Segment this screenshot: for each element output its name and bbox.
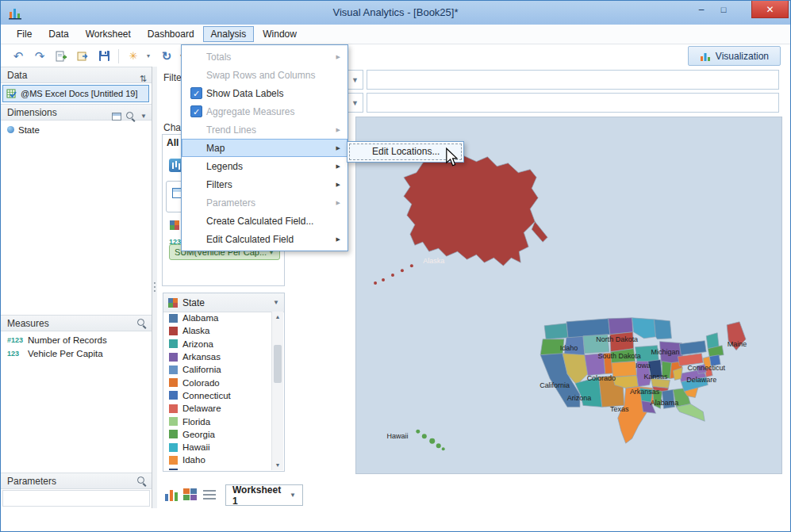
worksheet-tab[interactable]: Worksheet 1 ▼ [225,484,303,506]
marks-all-label: All [167,137,179,148]
submenu-arrow-icon: ▶ [336,182,340,188]
field-label: Number of Records [28,335,107,345]
chevron-down-icon[interactable]: ▼ [140,108,147,124]
menu-worksheet[interactable]: Worksheet [78,26,139,42]
panel-splitter[interactable] [152,67,157,508]
menu-data[interactable]: Data [40,26,76,42]
legend-item-alaska[interactable]: Alaska [164,324,272,337]
legend-item-idaho[interactable]: Idaho [164,454,272,466]
legend-item-hawaii[interactable]: Hawaii [164,441,272,454]
analysis-menu-item-show-data-labels[interactable]: ✓Show Data Labels [182,84,348,102]
legend-item-california[interactable]: California [164,363,272,376]
analysis-menu-item-totals[interactable]: Totals▶ [182,48,348,66]
scroll-down-icon[interactable]: ▼ [272,460,283,470]
color-legend-icon[interactable] [170,220,179,230]
legend-label: Georgia [182,430,215,439]
menu-dashboard[interactable]: Dashboard [140,26,202,42]
color-swatch [169,353,178,362]
worksheet-tab-label: Worksheet 1 [232,484,283,507]
measure-vehicle-per-capita[interactable]: 123Vehicle Per Capita [1,346,152,360]
legend-item-florida[interactable]: Florida [164,415,272,427]
rows-shelf[interactable] [367,93,779,113]
state-shape[interactable] [544,323,568,339]
new-dashboard-icon[interactable] [183,488,198,501]
menu-window[interactable]: Window [255,26,305,42]
map-label-hawaii: Hawaii [387,432,409,440]
dimension-state[interactable]: State [1,123,152,136]
map-visualization[interactable]: AlaskaHawaiiIdahoNorth DakotaSouth Dakot… [355,117,782,474]
state-shape[interactable] [679,341,706,355]
features-dropdown-icon[interactable]: ▾ [147,52,153,59]
minimize-button[interactable]: – [690,1,712,18]
legend-item-illinois[interactable]: Illinois [164,467,272,470]
analysis-menu-item-edit-calculated-field[interactable]: Edit Calculated Field▶ [182,230,348,248]
analysis-menu-item-aggregate-measures[interactable]: ✓Aggregate Measures [182,102,348,121]
columns-shelf[interactable] [367,70,779,90]
menu-file[interactable]: File [9,26,40,42]
chevron-down-icon[interactable]: ▼ [290,492,296,499]
checkbox-checked-icon: ✓ [190,87,202,99]
measures-list: #123Number of Records123Vehicle Per Capi… [1,333,152,360]
chevron-down-icon[interactable]: ▼ [273,299,279,306]
legend-item-delaware[interactable]: Delaware [164,402,272,415]
state-shape-hawaii[interactable] [416,430,420,434]
color-swatch [169,339,178,348]
menu-item-label: Show Data Labels [206,88,283,99]
maximize-button[interactable]: □ [712,1,735,18]
checkbox-checked-icon: ✓ [190,105,202,117]
legend-item-arizona[interactable]: Arizona [164,338,272,350]
undo-icon[interactable]: ↶ [10,48,26,64]
state-shape-florida[interactable] [676,404,705,421]
analysis-menu: Totals▶Swap Rows and Columns✓Show Data L… [181,44,348,251]
visualization-button[interactable]: Visualization [688,46,781,66]
redo-icon[interactable]: ↷ [32,48,48,64]
search-icon[interactable] [137,319,147,328]
analysis-menu-item-legends[interactable]: Legends▶ [182,157,348,175]
features-icon[interactable]: ✳ [125,48,141,64]
search-icon[interactable] [126,112,136,121]
legend-item-georgia[interactable]: Georgia [164,428,272,441]
legend-header[interactable]: State ▼ [163,293,284,312]
open-icon[interactable] [75,48,90,64]
analysis-menu-item-trend-lines[interactable]: Trend Lines▶ [182,121,348,139]
menu-item-label: Trend Lines [206,124,256,136]
color-swatch [169,404,178,413]
scroll-up-icon[interactable]: ▲ [272,312,283,322]
analysis-menu-item-map[interactable]: Map▶ [182,139,348,157]
save-icon[interactable] [96,48,112,64]
datasource-item[interactable]: @MS Excel Docs [Untitled 19] [2,85,149,102]
parameters-header: Parameters [1,473,152,489]
analysis-menu-item-create-calculated-field[interactable]: Create Calculated Field... [182,212,348,230]
refresh-icon[interactable]: ↻ [159,48,175,64]
state-shape[interactable] [655,320,672,339]
legend-label: Illinois [182,469,208,470]
legend-item-connecticut[interactable]: Connecticut [164,389,272,402]
map-label-iowa: Iowa [635,362,651,369]
show-sheet-list-icon[interactable] [203,488,217,501]
menu-analysis[interactable]: Analysis [203,26,255,42]
legend-item-alabama[interactable]: Alabama [164,312,272,324]
state-shape-alaska-tail[interactable] [532,221,547,242]
state-shape[interactable] [706,333,719,349]
new-worksheet-icon[interactable] [53,48,69,64]
legend-scrollbar[interactable]: ▲ ▼ [271,312,283,470]
map-label-maine: Maine [728,340,747,348]
chevron-down-icon[interactable]: ▼ [351,99,359,107]
color-swatch [169,327,178,335]
analysis-menu-item-parameters[interactable]: Parameters▶ [182,193,348,212]
state-shape-north-dakota[interactable] [609,318,633,335]
measure-number-of-records[interactable]: #123Number of Records [1,333,152,346]
chevron-down-icon[interactable]: ▼ [351,76,359,84]
legend-item-colorado[interactable]: Colorado [164,376,272,388]
legend-item-arkansas[interactable]: Arkansas [164,350,272,363]
map-label-alabama: Alabama [651,399,678,407]
search-icon[interactable] [137,477,147,486]
analysis-menu-item-swap-rows-and-columns[interactable]: Swap Rows and Columns [182,66,348,84]
scrollbar-thumb[interactable] [274,345,282,383]
us-map[interactable] [374,154,746,450]
state-shape-alaska[interactable] [404,154,538,266]
new-worksheet-tab-icon[interactable] [164,488,179,501]
close-button[interactable]: ✕ [751,1,789,18]
view-data-icon[interactable] [112,113,121,121]
analysis-menu-item-filters[interactable]: Filters▶ [182,175,348,193]
